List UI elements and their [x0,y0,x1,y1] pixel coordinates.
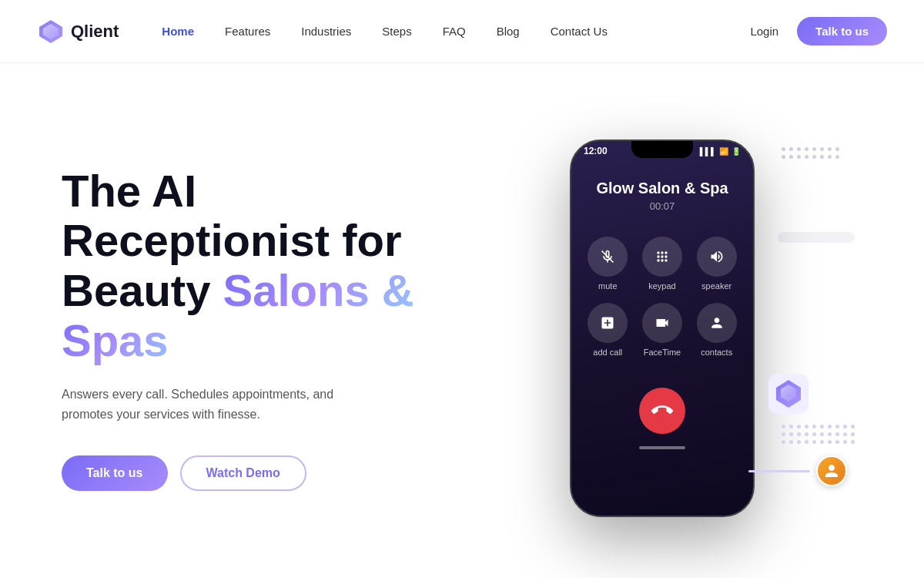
dot [782,425,785,428]
svg-point-1 [657,251,659,254]
dot [797,440,801,444]
home-indicator [571,446,753,455]
nav-blog[interactable]: Blog [497,25,520,38]
speaker-icon-circle [697,237,737,277]
dot [805,432,808,436]
call-btn-add: add call [587,303,629,357]
logo-text: Qlient [71,22,119,42]
dot [789,432,793,436]
dot [820,147,824,151]
contacts-icon-circle [697,303,737,343]
nav-features[interactable]: Features [225,25,270,38]
nav-cta-button[interactable]: Talk to us [797,17,887,45]
dot [828,432,832,436]
float-bar-decoration [778,232,855,243]
dot [820,440,824,444]
contacts-label: contacts [701,348,732,357]
speaker-label: speaker [701,281,732,291]
dot [828,440,832,444]
dot [835,425,839,428]
add-call-icon-circle [588,303,628,343]
end-call-icon [651,400,673,422]
mute-icon-circle [588,237,628,277]
hero-buttons: Talk to us Watch Demo [62,455,462,491]
dot [789,425,793,428]
login-button[interactable]: Login [750,25,778,38]
call-duration: 00:07 [571,200,753,212]
nav-contact[interactable]: Contact Us [551,25,608,38]
battery-icon: 🔋 [732,147,741,156]
dot [828,147,832,151]
call-btn-mute: mute [587,237,629,291]
facetime-icon [654,315,670,331]
phone-body: 12:00 ▌▌▌ 📶 🔋 Glow Salon & Spa 00:07 [570,139,755,517]
dot [835,147,839,151]
dot [835,432,839,436]
phone-time: 12:00 [584,146,608,156]
dot [782,147,785,151]
call-btn-keypad: keypad [641,237,684,291]
svg-point-6 [665,255,667,257]
keypad-icon [654,249,670,264]
float-dots-right [782,425,855,444]
float-avatar-area [748,455,847,486]
dot [805,147,808,151]
dot [812,147,816,151]
float-logo-icon [768,374,808,414]
hero-title: The AI Receptionist for Beauty Salons & … [62,166,462,367]
dot [851,432,855,436]
facetime-icon-circle [642,303,682,343]
dot [828,425,832,428]
hero-title-line2: Receptionist for [62,215,402,265]
dot [835,440,839,444]
contacts-icon [709,315,725,331]
dot [797,147,801,151]
dot [805,425,808,428]
svg-point-3 [665,251,667,254]
nav-steps[interactable]: Steps [382,25,411,38]
dot [828,155,832,159]
dots-row [782,432,855,436]
avatar-person-icon [822,462,841,480]
mic-slash-icon [600,249,615,264]
home-bar [639,446,685,449]
hero-outline-button[interactable]: Watch Demo [180,455,306,491]
nav-industries[interactable]: Industries [301,25,351,38]
nav-right: Login Talk to us [750,17,887,45]
end-call-area [571,369,753,446]
dot [843,425,847,428]
dot [820,425,824,428]
hero-subtitle: Answers every call. Schedules appointmen… [62,385,385,424]
call-info: Glow Salon & Spa 00:07 [571,158,753,224]
navbar: Qlient Home Features Industries Steps FA… [0,0,924,63]
hero-primary-button[interactable]: Talk to us [62,455,168,491]
dots-row [782,440,855,444]
nav-home[interactable]: Home [162,25,194,38]
logo-icon [37,18,65,45]
hero-title-line3: Beauty [62,265,223,315]
logo-link[interactable]: Qlient [37,18,119,45]
mute-label: mute [598,281,617,291]
dots-row [782,425,855,428]
dot [782,440,785,444]
hero-title-gradient: Salons & [223,265,414,315]
dot [843,432,847,436]
svg-point-9 [665,259,667,261]
svg-point-2 [661,251,663,254]
dot [782,432,785,436]
add-call-label: add call [593,348,622,357]
dot [797,155,801,159]
svg-point-5 [661,255,663,257]
phone-mockup: 12:00 ▌▌▌ 📶 🔋 Glow Salon & Spa 00:07 [570,139,755,517]
signal-icon: ▌▌▌ [700,147,716,156]
facetime-label: FaceTime [644,348,681,357]
dot [820,155,824,159]
nav-faq[interactable]: FAQ [443,25,466,38]
svg-point-8 [661,259,663,261]
caller-name: Glow Salon & Spa [571,180,753,197]
dot [805,440,808,444]
dot [812,425,816,428]
float-line [748,470,810,472]
dot [835,155,839,159]
svg-point-7 [657,259,659,261]
